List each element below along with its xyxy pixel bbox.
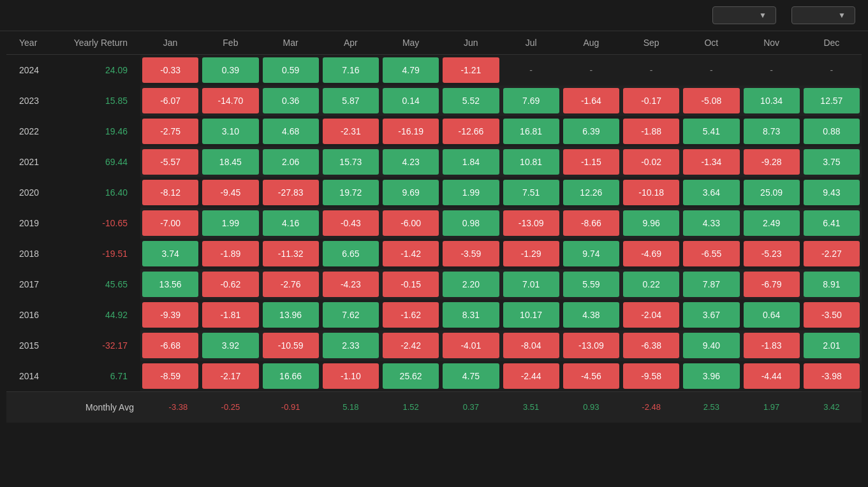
cell-month: -2.42 xyxy=(381,330,441,361)
cell-month: -4.23 xyxy=(321,269,381,300)
cell-year: 2022 xyxy=(6,116,57,147)
cell-month: -6.79 xyxy=(742,269,802,300)
from-dropdown[interactable]: ▼ xyxy=(712,6,776,24)
cell-month: -6.68 xyxy=(140,330,200,361)
cell-year: 2024 xyxy=(6,55,57,86)
table-row: 201745.6513.56-0.62-2.76-4.23-0.152.207.… xyxy=(6,269,862,300)
cell-month: 10.17 xyxy=(501,300,561,330)
cell-month: 7.16 xyxy=(321,55,381,86)
monthly-avg-cell: 3.51 xyxy=(501,392,561,423)
cell-month: 19.72 xyxy=(321,177,381,208)
cell-month: -1.10 xyxy=(321,361,381,392)
cell-month: -0.15 xyxy=(381,269,441,300)
cell-month: -8.04 xyxy=(501,330,561,361)
cell-month: -2.75 xyxy=(140,116,200,147)
cell-yearly-return: 24.09 xyxy=(57,55,140,86)
from-chevron-icon: ▼ xyxy=(759,11,767,20)
cell-month: -1.21 xyxy=(441,55,501,86)
cell-year: 2014 xyxy=(6,361,57,392)
cell-year: 2021 xyxy=(6,147,57,177)
col-may: May xyxy=(381,31,441,55)
to-dropdown[interactable]: ▼ xyxy=(791,6,855,24)
cell-month: 12.57 xyxy=(802,85,862,116)
cell-month: 1.99 xyxy=(200,208,260,238)
cell-month: - xyxy=(742,55,802,86)
cell-month: -6.55 xyxy=(681,238,741,269)
table-row: 20146.71-8.59-2.1716.66-1.1025.624.75-2.… xyxy=(6,361,862,392)
cell-month: -27.83 xyxy=(261,177,321,208)
table-row: 2018-19.513.74-1.89-11.326.65-1.42-3.59-… xyxy=(6,238,862,269)
cell-month: -1.83 xyxy=(742,330,802,361)
cell-month: 9.74 xyxy=(561,238,621,269)
cell-month: -0.17 xyxy=(621,85,681,116)
filter-controls: ▼ ▼ xyxy=(705,6,855,24)
cell-month: 10.34 xyxy=(742,85,802,116)
cell-month: -3.50 xyxy=(802,300,862,330)
cell-month: 0.14 xyxy=(381,85,441,116)
cell-month: -14.70 xyxy=(200,85,260,116)
cell-month: -1.34 xyxy=(681,147,741,177)
cell-month: -2.04 xyxy=(621,300,681,330)
cell-month: 12.26 xyxy=(561,177,621,208)
table-row: 202219.46-2.753.104.68-2.31-16.19-12.661… xyxy=(6,116,862,147)
cell-month: 8.91 xyxy=(802,269,862,300)
cell-month: 0.22 xyxy=(621,269,681,300)
cell-month: 4.38 xyxy=(561,300,621,330)
monthly-avg-cell: 0.37 xyxy=(441,392,501,423)
cell-month: 4.23 xyxy=(381,147,441,177)
cell-month: 9.40 xyxy=(681,330,741,361)
cell-month: -5.08 xyxy=(681,85,741,116)
cell-month: 4.79 xyxy=(381,55,441,86)
cell-month: -1.81 xyxy=(200,300,260,330)
cell-month: 16.66 xyxy=(261,361,321,392)
cell-month: 6.41 xyxy=(802,208,862,238)
cell-month: 5.52 xyxy=(441,85,501,116)
cell-month: - xyxy=(561,55,621,86)
cell-month: -6.07 xyxy=(140,85,200,116)
col-oct: Oct xyxy=(681,31,741,55)
cell-month: - xyxy=(621,55,681,86)
cell-month: -0.02 xyxy=(621,147,681,177)
cell-month: 8.31 xyxy=(441,300,501,330)
cell-yearly-return: 6.71 xyxy=(57,361,140,392)
cell-month: 0.36 xyxy=(261,85,321,116)
cell-month: 16.81 xyxy=(501,116,561,147)
monthly-avg-cell: -2.48 xyxy=(621,392,681,423)
col-dec: Dec xyxy=(802,31,862,55)
cell-month: -1.88 xyxy=(621,116,681,147)
monthly-avg-cell: 0.93 xyxy=(561,392,621,423)
cell-month: 2.20 xyxy=(441,269,501,300)
cell-year: 2019 xyxy=(6,208,57,238)
cell-month: -2.31 xyxy=(321,116,381,147)
cell-month: -8.12 xyxy=(140,177,200,208)
table-row: 202424.09-0.330.390.597.164.79-1.21-----… xyxy=(6,55,862,86)
table-row: 2019-10.65-7.001.994.16-0.43-6.000.98-13… xyxy=(6,208,862,238)
cell-month: 0.98 xyxy=(441,208,501,238)
cell-month: -4.56 xyxy=(561,361,621,392)
cell-yearly-return: -10.65 xyxy=(57,208,140,238)
cell-month: 0.59 xyxy=(261,55,321,86)
col-apr: Apr xyxy=(321,31,381,55)
cell-month: 3.75 xyxy=(802,147,862,177)
cell-month: -9.28 xyxy=(742,147,802,177)
cell-yearly-return: 69.44 xyxy=(57,147,140,177)
cell-year: 2023 xyxy=(6,85,57,116)
monthly-avg-label: Monthly Avg xyxy=(6,392,140,423)
cell-month: -2.17 xyxy=(200,361,260,392)
cell-month: - xyxy=(501,55,561,86)
cell-month: -13.09 xyxy=(501,208,561,238)
cell-month: -0.33 xyxy=(140,55,200,86)
cell-month: -11.32 xyxy=(261,238,321,269)
monthly-avg-cell: 2.53 xyxy=(681,392,741,423)
cell-year: 2016 xyxy=(6,300,57,330)
cell-month: -1.29 xyxy=(501,238,561,269)
cell-month: -2.76 xyxy=(261,269,321,300)
cell-year: 2017 xyxy=(6,269,57,300)
cell-year: 2015 xyxy=(6,330,57,361)
cell-month: 5.87 xyxy=(321,85,381,116)
cell-month: 9.96 xyxy=(621,208,681,238)
col-aug: Aug xyxy=(561,31,621,55)
cell-month: -4.01 xyxy=(441,330,501,361)
table-row: 202169.44-5.5718.452.0615.734.231.8410.8… xyxy=(6,147,862,177)
cell-month: -0.62 xyxy=(200,269,260,300)
